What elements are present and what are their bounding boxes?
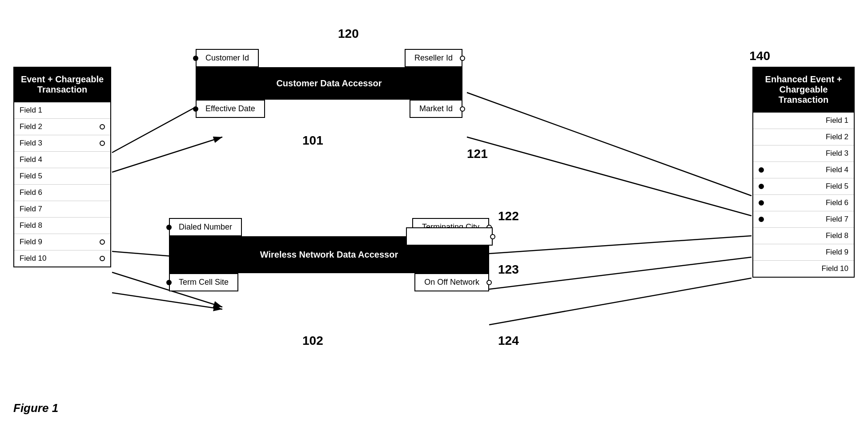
left-field-2-dot — [100, 124, 105, 129]
right-field-4-label: Field 4 — [826, 166, 848, 174]
ref-124: 124 — [498, 334, 519, 348]
left-field-8: Field 8 — [14, 218, 110, 234]
ref-122: 122 — [498, 209, 519, 223]
dialed-number-label: Dialed Number — [179, 222, 232, 232]
right-field-6: Field 6 — [753, 195, 854, 211]
left-field-3-label: Field 3 — [20, 139, 42, 148]
term-cell-site-dot — [166, 280, 172, 285]
left-field-4: Field 4 — [14, 152, 110, 168]
effective-date-label: Effective Date — [205, 104, 255, 113]
bottom-accessor-label: Wireless Network Data Accessor — [260, 250, 398, 259]
reseller-id-dot — [460, 56, 465, 61]
left-field-4-label: Field 4 — [20, 155, 42, 164]
left-field-10-dot — [100, 256, 105, 261]
svg-line-5 — [467, 93, 751, 196]
left-field-2: Field 2 — [14, 119, 110, 135]
left-field-7-label: Field 7 — [20, 205, 42, 214]
right-field-5-dot — [759, 184, 764, 189]
on-off-network-dot — [486, 280, 492, 285]
top-accessor-body: Customer Data Accessor — [196, 67, 462, 100]
ref-140: 140 — [749, 49, 770, 63]
left-field-3-dot — [100, 141, 105, 146]
right-box-fields: Field 1 Field 2 Field 3 Field 4 Field 5 … — [752, 113, 855, 278]
on-off-network-field: On Off Network — [414, 273, 489, 291]
terminating-state-field: Terminating State — [406, 227, 493, 246]
bottom-accessor-body: Terminating State Wireless Network Data … — [169, 236, 489, 273]
svg-line-4 — [112, 293, 222, 309]
right-field-3-label: Field 3 — [826, 149, 848, 158]
ref-102: 102 — [302, 334, 323, 348]
ref-123: 123 — [498, 262, 519, 277]
terminating-state-label: Terminating State — [416, 232, 483, 241]
right-field-2: Field 2 — [753, 129, 854, 145]
left-field-1: Field 1 — [14, 102, 110, 119]
left-field-9: Field 9 — [14, 234, 110, 250]
ref-120: 120 — [338, 27, 359, 41]
ref-121: 121 — [467, 147, 488, 161]
market-id-label: Market Id — [419, 104, 453, 113]
left-field-9-label: Field 9 — [20, 238, 42, 246]
left-field-7: Field 7 — [14, 201, 110, 218]
left-field-1-label: Field 1 — [20, 106, 42, 115]
on-off-network-label: On Off Network — [424, 278, 479, 287]
left-box-header: Event + Chargeable Transaction — [13, 67, 111, 102]
left-field-8-label: Field 8 — [20, 221, 42, 230]
right-field-2-label: Field 2 — [826, 133, 848, 141]
right-field-7: Field 7 — [753, 211, 854, 228]
top-accessor-label: Customer Data Accessor — [276, 78, 382, 88]
right-field-4: Field 4 — [753, 162, 854, 178]
term-cell-site-label: Term Cell Site — [179, 278, 229, 287]
left-field-10-label: Field 10 — [20, 254, 46, 263]
market-id-field: Market Id — [410, 100, 462, 118]
market-id-dot — [460, 106, 465, 112]
right-field-1: Field 1 — [753, 113, 854, 129]
right-field-7-label: Field 7 — [826, 215, 848, 224]
svg-line-9 — [489, 278, 751, 325]
right-box-header: Enhanced Event + Chargeable Transaction — [752, 67, 855, 113]
reseller-id-label: Reseller Id — [414, 53, 453, 63]
left-field-6-label: Field 6 — [20, 188, 42, 197]
left-field-5-label: Field 5 — [20, 172, 42, 181]
right-field-10: Field 10 — [753, 261, 854, 277]
svg-line-6 — [467, 137, 751, 216]
left-field-10: Field 10 — [14, 250, 110, 267]
customer-id-label: Customer Id — [205, 53, 249, 63]
svg-line-1 — [112, 137, 222, 172]
right-field-6-label: Field 6 — [826, 198, 848, 207]
right-field-4-dot — [759, 167, 764, 173]
dialed-number-dot — [166, 225, 172, 230]
reseller-id-field: Reseller Id — [405, 49, 462, 67]
ref-101: 101 — [302, 133, 323, 148]
effective-date-dot — [193, 106, 198, 112]
left-box: Event + Chargeable Transaction Field 1 F… — [13, 67, 111, 267]
figure-caption: Figure 1 — [13, 401, 58, 415]
left-field-5: Field 5 — [14, 168, 110, 185]
right-field-6-dot — [759, 200, 764, 206]
right-field-10-label: Field 10 — [822, 264, 848, 273]
right-field-7-dot — [759, 217, 764, 222]
left-field-2-label: Field 2 — [20, 122, 42, 131]
right-field-8: Field 8 — [753, 228, 854, 244]
customer-id-dot — [193, 56, 198, 61]
effective-date-field: Effective Date — [196, 100, 265, 118]
dialed-number-field: Dialed Number — [169, 218, 242, 236]
left-field-6: Field 6 — [14, 185, 110, 201]
terminating-state-dot — [490, 234, 495, 239]
right-field-1-label: Field 1 — [826, 116, 848, 125]
right-field-9-label: Field 9 — [826, 248, 848, 257]
diagram-container: 120 140 Event + Chargeable Transaction F… — [0, 13, 868, 400]
term-cell-site-field: Term Cell Site — [169, 273, 238, 291]
right-field-5: Field 5 — [753, 178, 854, 195]
left-field-9-dot — [100, 239, 105, 245]
svg-line-7 — [489, 236, 751, 254]
customer-id-field: Customer Id — [196, 49, 259, 67]
bottom-accessor: Dialed Number Terminating City Terminati… — [169, 218, 489, 291]
right-field-5-label: Field 5 — [826, 182, 848, 191]
left-box-fields: Field 1 Field 2 Field 3 Field 4 Field 5 … — [13, 102, 111, 267]
top-accessor: Customer Id Reseller Id Customer Data Ac… — [196, 49, 462, 118]
right-box: Enhanced Event + Chargeable Transaction … — [752, 67, 855, 278]
right-field-8-label: Field 8 — [826, 231, 848, 240]
svg-line-8 — [489, 257, 751, 289]
right-field-3: Field 3 — [753, 145, 854, 162]
right-field-9: Field 9 — [753, 244, 854, 261]
